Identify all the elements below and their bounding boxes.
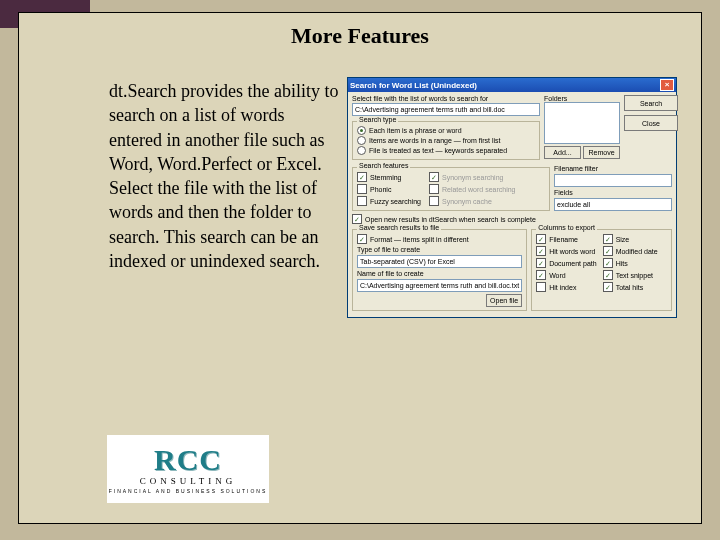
chk-col-snippet[interactable]: Text snippet [603,270,658,280]
chk-col-hitwords[interactable]: Hit words word [536,246,596,256]
chk-synonym[interactable]: Synonym searching [429,172,516,182]
chk-col-filename[interactable]: Filename [536,234,596,244]
file-input[interactable]: C:\Advertising agreement terms ruth and … [352,103,540,116]
slide: More Features dt.Search provides the abi… [18,12,702,524]
chk-col-totalhits[interactable]: Total hits [603,282,658,292]
name-create-input[interactable]: C:\Advertising agreement terms ruth and … [357,279,522,292]
search-features-caption: Search features [357,162,410,169]
name-create-label: Name of file to create [357,270,424,277]
filename-filter-input[interactable] [554,174,672,187]
remove-button[interactable]: Remove [583,146,620,159]
chk-col-hitindex[interactable]: Hit index [536,282,596,292]
folders-list[interactable] [544,102,620,144]
chk-col-word[interactable]: Word [536,270,596,280]
chk-phonic[interactable]: Phonic [357,184,421,194]
slide-body-text: dt.Search provides the ability to search… [109,79,339,273]
chk-syncache[interactable]: Synonym cache [429,196,516,206]
logo-text-main: RCC [154,445,222,475]
radio-phrase[interactable]: Each item is a phrase or word [357,126,535,135]
logo-text-sub: CONSULTING [140,476,237,486]
chk-col-hits[interactable]: Hits [603,258,658,268]
chk-col-modified[interactable]: Modified date [603,246,658,256]
chk-related[interactable]: Related word searching [429,184,516,194]
dialog-title: Search for Word List (Unindexed) [350,81,477,90]
fields-input[interactable]: exclude all [554,198,672,211]
dialog-titlebar: Search for Word List (Unindexed) × [348,78,676,92]
chk-col-docpath[interactable]: Document path [536,258,596,268]
chk-fuzzy[interactable]: Fuzzy searching [357,196,421,206]
radio-text[interactable]: File is treated as text — keywords separ… [357,146,535,155]
radio-range[interactable]: Items are words in a range — from first … [357,136,535,145]
search-type-caption: Search type [357,116,398,123]
search-dialog: Search for Word List (Unindexed) × Selec… [347,77,677,318]
logo-text-tagline: FINANCIAL AND BUSINESS SOLUTIONS [109,488,268,494]
chk-open-results[interactable]: Open new results in dtSearch when search… [352,214,672,224]
open-file-button[interactable]: Open file [486,294,522,307]
type-create-label: Type of file to create [357,246,420,253]
save-results-caption: Save search results to file [357,224,441,231]
filename-filter-label: Filename filter [554,165,672,172]
fields-label: Fields [554,189,672,196]
slide-title: More Features [19,23,701,49]
add-button[interactable]: Add... [544,146,581,159]
search-button[interactable]: Search [624,95,678,111]
rcc-logo: RCC CONSULTING FINANCIAL AND BUSINESS SO… [107,435,269,503]
folders-label: Folders [544,95,620,102]
file-label: Select file with the list of words to se… [352,95,540,102]
close-button[interactable]: Close [624,115,678,131]
chk-format[interactable]: Format — items split in different [357,234,522,244]
close-icon[interactable]: × [660,79,674,91]
columns-caption: Columns to export [536,224,597,231]
chk-stemming[interactable]: Stemming [357,172,421,182]
type-create-select[interactable]: Tab-separated (CSV) for Excel [357,255,522,268]
chk-col-size[interactable]: Size [603,234,658,244]
